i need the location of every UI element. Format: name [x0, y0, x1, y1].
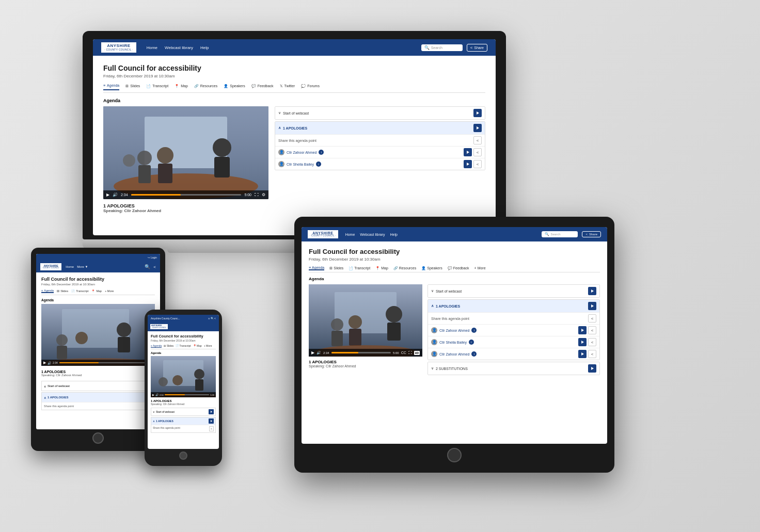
tablet-vol-icon[interactable]: 🔊 [316, 351, 321, 355]
tablet-apologies-play[interactable] [588, 302, 596, 310]
tablet-tab-transcript[interactable]: 📄 Transcript [349, 266, 370, 270]
tablet-search[interactable]: 🔍 Search [542, 231, 578, 237]
tablet-cc-icon[interactable]: CC [401, 351, 406, 354]
settings-icon[interactable]: ⚙ [262, 192, 265, 197]
laptop-video-panel: ▶ 🔊 2:34 5:00 ⛶ ⚙ [103, 106, 268, 213]
phone-vol-icon[interactable]: 🔊 [155, 393, 159, 396]
tablet-nav-help[interactable]: Help [390, 233, 397, 236]
tablet-tab-slides[interactable]: ⊞ Slides [329, 266, 343, 270]
ipad-tab-slides[interactable]: ⊞ Slides [57, 289, 68, 293]
zahoor-share-btn[interactable]: < [473, 148, 482, 156]
tablet-nav-home[interactable]: Home [345, 233, 355, 236]
tablet-tab-feedback[interactable]: 💬 Feedback [448, 266, 469, 270]
tablet-sheila-badge[interactable]: i [469, 340, 474, 345]
laptop-tab-transcript[interactable]: 📄 Transcript [146, 84, 168, 90]
tablet-apologies-row[interactable]: ∧ 1 APOLOGIES [428, 300, 599, 312]
phone-tab-transcript[interactable]: 📄 Transcript [176, 344, 191, 348]
ipad-home-button[interactable] [92, 432, 104, 444]
tablet-play-icon[interactable]: ▶ [311, 350, 314, 355]
phone-start-row[interactable]: ∨ Start of webcast [151, 408, 215, 415]
laptop-tab-map[interactable]: 📍 Map [175, 84, 188, 90]
tablet-tab-resources[interactable]: 🔗 Resources [393, 266, 416, 270]
progress-bar[interactable] [131, 194, 242, 196]
phone-tab-map[interactable]: 📍 Map [193, 344, 202, 348]
play-icon[interactable]: ▶ [106, 192, 109, 197]
phone-progress[interactable] [165, 394, 209, 395]
speaker-sheila-badge[interactable]: i [316, 162, 321, 167]
tablet-sheila-share[interactable]: < [588, 338, 596, 346]
phone-video-controls[interactable]: ▶ 🔊 2:34 5:00 [151, 392, 216, 397]
phone-apologies-play[interactable] [209, 418, 214, 424]
ipad-start-row[interactable]: ∨ Start of webcast [42, 381, 154, 391]
volume-icon[interactable]: 🔊 [113, 192, 118, 197]
tablet-video-controls[interactable]: ▶ 🔊 2:34 5:00 CC ⛶ HD [309, 349, 422, 357]
tablet-share-btn2[interactable]: < [588, 314, 596, 323]
tablet-start-row[interactable]: ∨ Start of webcast [428, 285, 599, 297]
ipad-login[interactable]: ↪ Login [148, 256, 157, 259]
ipad-tab-transcript[interactable]: 📄 Transcript [71, 289, 88, 293]
nav-home[interactable]: Home [147, 45, 157, 50]
tablet-nav-webcast[interactable]: Webcast library [360, 233, 385, 236]
phone-tab-more[interactable]: + More [204, 344, 212, 348]
laptop-search[interactable]: 🔍 Search [421, 44, 463, 51]
phone-tab-agenda[interactable]: ≡ Agenda [151, 344, 162, 348]
phone-share-btn[interactable]: < [209, 426, 214, 431]
laptop-share-btn[interactable]: < Share [467, 44, 487, 52]
ipad-play-icon[interactable]: ▶ [43, 361, 46, 365]
laptop-tab-slides[interactable]: ⊞ Slides [125, 84, 140, 90]
tablet-zahoor-badge[interactable]: i [471, 328, 477, 333]
speaker-zahoor-badge[interactable]: i [319, 150, 324, 155]
ipad-tab-map[interactable]: 📍 Map [91, 289, 102, 293]
phone-tab-slides[interactable]: ⊞ Slides [164, 344, 173, 348]
tablet-tab-map[interactable]: 📍 Map [375, 266, 388, 270]
phone-apologies-row[interactable]: ∧ 1 APOLOGIES [151, 417, 215, 425]
start-play-btn[interactable] [473, 109, 482, 117]
ipad-video-controls[interactable]: ▶ 🔊 2:34 5:00 [41, 360, 155, 366]
zahoor-play-btn[interactable] [464, 148, 472, 156]
tablet-tab-speakers[interactable]: 👤 Speakers [421, 266, 442, 270]
tablet-tab-agenda[interactable]: ≡ Agenda [309, 266, 324, 270]
ipad-tab-agenda[interactable]: ≡ Agenda [41, 289, 54, 293]
ipad-tab-more[interactable]: + More [105, 289, 114, 293]
sheila-share-btn[interactable]: < [473, 160, 482, 168]
phone-play-icon[interactable]: ▶ [152, 393, 154, 396]
nav-webcast-library[interactable]: Webcast library [165, 45, 193, 50]
tablet-zahoor2-share[interactable]: < [588, 350, 596, 358]
tablet-progress[interactable] [331, 352, 391, 353]
phone-start-play[interactable] [209, 409, 214, 414]
tablet-sheila-play[interactable] [578, 338, 587, 346]
fullscreen-icon[interactable]: ⛶ [255, 192, 259, 197]
laptop-agenda-apologies-row[interactable]: ∧ 1 APOLOGIES [275, 122, 485, 134]
laptop-tab-forums[interactable]: 💭 Forums [301, 84, 320, 90]
tablet-zahoor-play[interactable] [578, 326, 587, 334]
laptop-tab-twitter[interactable]: 𝕏 Twitter [280, 84, 295, 90]
laptop-tab-feedback[interactable]: 💬 Feedback [251, 84, 274, 90]
ipad-nav-more[interactable]: More ▼ [77, 265, 88, 268]
tablet-tab-more[interactable]: + More [474, 266, 486, 270]
share-agenda-btn[interactable]: < [473, 136, 482, 144]
phone-home-button[interactable] [179, 452, 187, 460]
laptop-tab-resources[interactable]: 🔗 Resources [194, 84, 217, 90]
ipad-progress[interactable] [59, 362, 147, 363]
tablet-zahoor2-play[interactable] [578, 350, 587, 358]
laptop-agenda-start-row[interactable]: ∨ Start of webcast [275, 107, 485, 119]
tablet-home-button[interactable] [447, 448, 462, 462]
ipad-nav-home[interactable]: Home [66, 265, 74, 268]
ipad-apologies-row[interactable]: ∧ 1 APOLOGIES [42, 393, 154, 402]
tablet-expand-icon[interactable]: ⛶ [408, 351, 412, 354]
tablet-substitutions-row[interactable]: ∨ 2 SUBSTITUTIONS [428, 362, 599, 375]
nav-help[interactable]: Help [200, 45, 209, 50]
sheila-play-btn[interactable] [464, 160, 472, 168]
tablet-sub-play[interactable] [588, 364, 596, 373]
tablet-share-btn[interactable]: < Share [582, 231, 601, 237]
tablet-start-play[interactable] [588, 287, 596, 295]
laptop-tab-agenda[interactable]: ≡ Agenda [103, 84, 119, 90]
tablet-zahoor2-badge[interactable]: i [471, 351, 477, 357]
laptop-video-controls[interactable]: ▶ 🔊 2:34 5:00 ⛶ ⚙ [103, 190, 268, 199]
ipad-vol-icon[interactable]: 🔊 [48, 361, 51, 365]
tablet-zahoor-share[interactable]: < [588, 326, 596, 334]
ipad-share-icon[interactable]: < [153, 265, 156, 269]
apologies-play-btn[interactable] [473, 124, 482, 132]
ipad-search-icon[interactable]: 🔍 [145, 264, 150, 269]
laptop-tab-speakers[interactable]: 👤 Speakers [224, 84, 245, 90]
